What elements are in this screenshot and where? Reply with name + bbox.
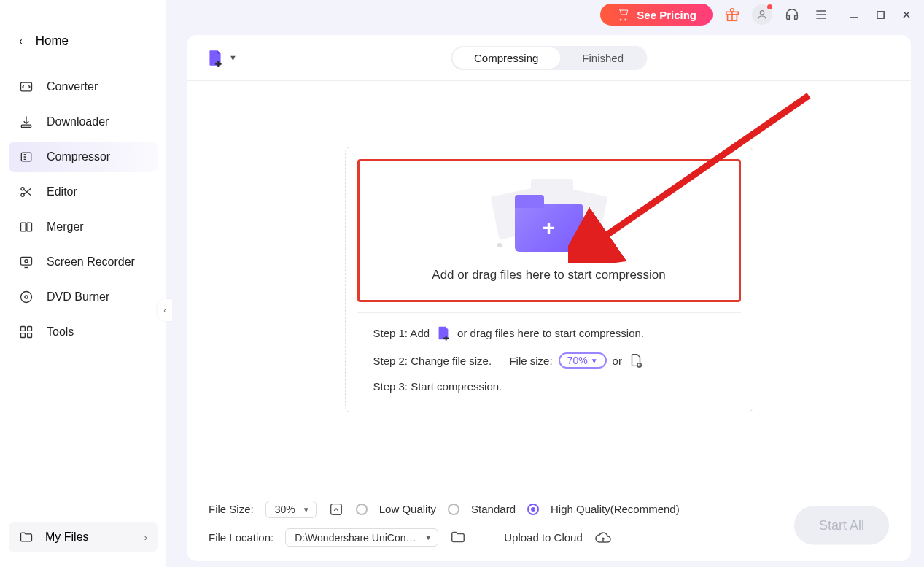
my-files-label: My Files (45, 531, 89, 544)
step2-or: or (613, 355, 622, 367)
main-area: See Pricing (166, 0, 924, 567)
file-location-select[interactable]: D:\Wondershare UniConverter 1 ▼ (285, 528, 438, 547)
caret-down-icon: ▼ (424, 533, 432, 541)
sidebar-item-label: Merger (47, 220, 84, 234)
step3-text: Step 3: Start compression. (373, 380, 502, 393)
sidebar-item-tools[interactable]: Tools (9, 317, 158, 347)
file-plus-icon (206, 48, 225, 67)
caret-down-icon: ▼ (591, 357, 598, 365)
sidebar-item-screen-recorder[interactable]: Screen Recorder (9, 247, 158, 277)
caret-down-icon: ▼ (303, 505, 310, 513)
step2-text-a: Step 2: Change file size. (373, 355, 492, 367)
low-quality-label: Low Quality (379, 503, 436, 515)
step1-text-a: Step 1: Add (373, 327, 430, 339)
step2-size-value: 70% (567, 355, 588, 366)
svg-rect-7 (21, 257, 32, 265)
add-files-dropdown[interactable]: ▼ (206, 48, 237, 67)
sidebar-item-label: DVD Burner (47, 290, 109, 304)
sidebar-item-dvd-burner[interactable]: DVD Burner (9, 282, 158, 312)
sidebar-item-label: Tools (47, 325, 74, 339)
drop-zone[interactable]: + Add or drag files here to start compre… (357, 159, 741, 302)
sidebar-item-compressor[interactable]: Compressor (9, 142, 158, 172)
sidebar-item-label: Screen Recorder (47, 255, 135, 269)
svg-rect-18 (877, 11, 883, 18)
step1-text-b: or drag files here to start compression. (457, 327, 644, 339)
caret-down-icon: ▼ (229, 53, 237, 62)
file-location-value: D:\Wondershare UniConverter 1 (295, 532, 419, 544)
high-quality-label: High Quality(Recommend) (551, 503, 680, 515)
chevron-right-icon: › (144, 532, 147, 543)
merger-icon (19, 220, 34, 234)
sidebar-item-label: Downloader (47, 115, 109, 128)
window-maximize-button[interactable] (874, 9, 886, 20)
sidebar-item-label: Editor (47, 185, 77, 198)
nav-home[interactable]: ‹ Home (0, 26, 166, 64)
file-size-value: 30% (275, 504, 295, 515)
support-icon[interactable] (783, 5, 801, 24)
drop-text: Add or drag files here to start compress… (432, 268, 665, 282)
sidebar: ‹ Home Converter Downloader Compressor (0, 0, 166, 567)
sidebar-my-files[interactable]: My Files › (9, 522, 158, 552)
radio-standard[interactable] (448, 504, 459, 515)
drop-container: + Add or drag files here to start compre… (345, 147, 753, 412)
cart-icon (616, 8, 629, 21)
step2-text-b: File size: (509, 355, 552, 367)
sidebar-item-downloader[interactable]: Downloader (9, 107, 158, 137)
see-pricing-label: See Pricing (637, 9, 696, 21)
gift-icon[interactable] (723, 5, 742, 24)
svg-rect-11 (21, 327, 26, 331)
start-all-button[interactable]: Start All (794, 506, 889, 545)
content-panel: ▼ Compressing Finished + (187, 35, 911, 561)
svg-rect-12 (28, 327, 32, 331)
svg-rect-13 (21, 333, 26, 338)
tab-compressing[interactable]: Compressing (452, 47, 560, 69)
scissors-icon (19, 185, 34, 199)
see-pricing-button[interactable]: See Pricing (600, 4, 713, 26)
svg-rect-2 (21, 153, 31, 161)
step-1: Step 1: Add or drag files here to start … (373, 325, 734, 341)
upload-cloud-label: Upload to Cloud (504, 531, 583, 544)
footer-bar: File Size: 30% ▼ Low Quality Standard Hi… (187, 490, 911, 561)
open-folder-button[interactable] (450, 529, 466, 545)
account-icon[interactable] (752, 4, 772, 25)
file-size-select[interactable]: 30% ▼ (265, 501, 317, 518)
disc-icon (19, 290, 34, 304)
folder-graphic: + (494, 179, 604, 252)
converter-icon (19, 80, 34, 94)
panel-body: + Add or drag files here to start compre… (187, 81, 911, 490)
grid-icon (19, 325, 34, 339)
menu-icon[interactable] (812, 5, 831, 24)
file-size-label: File Size: (209, 503, 254, 515)
step2-size-select[interactable]: 70% ▼ (559, 352, 607, 369)
svg-point-10 (25, 296, 28, 298)
file-settings-icon[interactable] (628, 352, 644, 369)
svg-rect-1 (21, 125, 31, 127)
titlebar: See Pricing (166, 0, 924, 29)
download-icon (19, 115, 34, 129)
svg-point-8 (25, 260, 28, 263)
svg-rect-6 (27, 223, 32, 231)
sidebar-item-merger[interactable]: Merger (9, 212, 158, 242)
window-minimize-button[interactable] (848, 9, 860, 20)
sidebar-item-converter[interactable]: Converter (9, 72, 158, 102)
custom-settings-icon[interactable] (328, 501, 344, 517)
screen-recorder-icon (19, 255, 34, 269)
sidebar-item-label: Compressor (47, 150, 110, 163)
radio-high-quality[interactable] (527, 504, 539, 515)
radio-low-quality[interactable] (356, 504, 368, 515)
svg-rect-14 (28, 333, 32, 338)
chevron-left-icon: ‹ (19, 35, 23, 47)
svg-point-17 (760, 11, 764, 15)
step-2: Step 2: Change file size. File size: 70%… (373, 352, 734, 369)
standard-label: Standard (471, 503, 516, 515)
sidebar-item-editor[interactable]: Editor (9, 177, 158, 207)
steps-guide: Step 1: Add or drag files here to start … (357, 312, 741, 400)
cloud-upload-icon[interactable] (594, 529, 610, 545)
svg-rect-5 (21, 223, 26, 231)
folder-icon (19, 530, 34, 544)
tab-finished[interactable]: Finished (560, 47, 645, 69)
window-close-button[interactable] (901, 9, 912, 20)
sidebar-collapse-button[interactable]: ‹ (158, 299, 172, 321)
step-3: Step 3: Start compression. (373, 380, 734, 393)
file-location-label: File Location: (209, 531, 273, 544)
